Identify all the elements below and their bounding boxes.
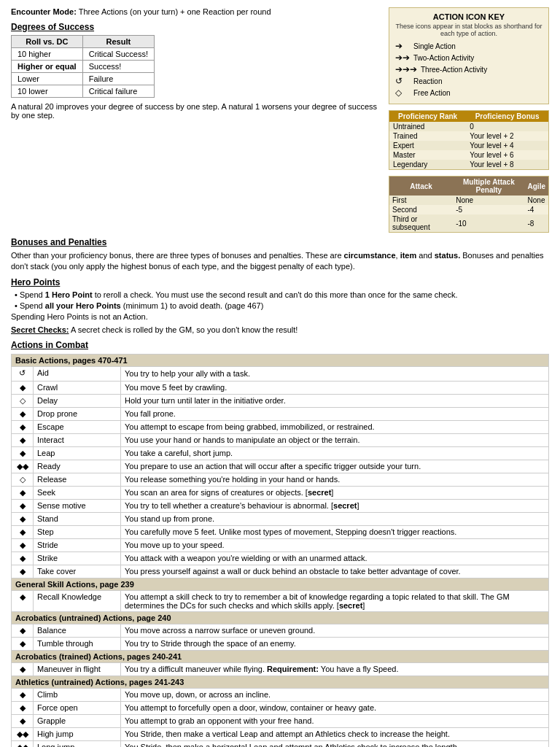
action-seek: ◆ Seek You scan an area for signs of cre…	[12, 487, 549, 500]
degrees-of-success-table: Roll vs. DC Result 10 higher Critical Su…	[11, 35, 155, 98]
action-release: ◇ Release You release something you're h…	[12, 473, 549, 487]
action-stand: ◆ Stand You stand up from prone.	[12, 513, 549, 526]
action-interact: ◆ Interact You use your hand or hands to…	[12, 434, 549, 447]
action-key-box: ACTION ICON KEY These icons appear in st…	[389, 7, 549, 104]
dos-row-2: Higher or equal Success!	[12, 61, 155, 73]
action-sense-motive: ◆ Sense motive You try to tell whether a…	[12, 500, 549, 513]
action-maneuver-in-flight: ◆ Maneuver in flight You try a difficult…	[12, 663, 549, 676]
action-balance: ◆ Balance You move across a narrow surfa…	[12, 624, 549, 638]
dos-row-1: 10 higher Critical Success!	[12, 48, 155, 61]
proficiency-table: Proficiency Rank Proficiency Bonus Untra…	[389, 111, 548, 169]
action-delay: ◇ Delay Hold your turn until later in th…	[12, 395, 549, 408]
action-climb: ◆ Climb You move up, down, or across an …	[12, 689, 549, 702]
secret-checks: Secret Checks: A secret check is rolled …	[11, 325, 549, 334]
action-escape: ◆ Escape You attempt to escape from bein…	[12, 421, 549, 434]
acrobatics-trained-header: Acrobatics (trained) Actions, pages 240-…	[12, 651, 549, 663]
three-action-icon: ➔➔➔	[395, 64, 417, 74]
hero-points-title: Hero Points	[11, 277, 549, 287]
proficiency-table-box: Proficiency Rank Proficiency Bonus Untra…	[389, 110, 549, 170]
action-ready: ◆◆ Ready You prepare to use an action th…	[12, 460, 549, 473]
action-single: ➔ Single Action	[395, 41, 542, 51]
action-drop-prone: ◆ Drop prone You fall prone.	[12, 408, 549, 421]
action-tumble-through: ◆ Tumble through You try to Stride throu…	[12, 638, 549, 651]
action-crawl: ◆ Crawl You move 5 feet by crawling.	[12, 382, 549, 395]
dos-row-4: 10 lower Critical failure	[12, 85, 155, 98]
action-long-jump: ◆◆ Long jump You Stride, then make a hor…	[12, 741, 549, 747]
hero-spending-text: Spending Hero Points is not an Action.	[11, 312, 549, 321]
basic-actions-header: Basic Actions, pages 470-471	[12, 354, 549, 366]
actions-table: Basic Actions, pages 470-471 ↺ Aid You t…	[11, 354, 549, 747]
encounter-mode: Encounter Mode: Three Actions (on your t…	[11, 7, 381, 16]
action-free: ◇ Free Action	[395, 88, 542, 98]
free-action-icon: ◇	[395, 88, 410, 98]
acrobatics-untrained-header: Acrobatics (untrained) Actions, page 240	[12, 612, 549, 624]
action-leap: ◆ Leap You take a careful, short jump.	[12, 447, 549, 460]
action-step: ◆ Step You carefully move 5 feet. Unlike…	[12, 526, 549, 539]
action-key-subtitle: These icons appear in stat blocks as sho…	[395, 23, 542, 37]
action-high-jump: ◆◆ High jump You Stride, then make a ver…	[12, 728, 549, 741]
actions-in-combat-title: Actions in Combat	[11, 340, 549, 350]
two-action-icon: ➔➔	[395, 53, 410, 63]
hero-bullet-2: • Spend all your Hero Points (minimum 1)…	[11, 301, 549, 310]
degrees-of-success-title: Degrees of Success	[11, 22, 381, 32]
dos-row-3: Lower Failure	[12, 73, 155, 85]
action-stride: ◆ Stride You move up to your speed.	[12, 539, 549, 552]
action-grapple: ◆ Grapple You attempt to grab an opponen…	[12, 715, 549, 728]
action-take-cover: ◆ Take cover You press yourself against …	[12, 565, 549, 578]
action-force-open: ◆ Force open You attempt to forcefully o…	[12, 702, 549, 715]
action-three: ➔➔➔ Three-Action Activity	[395, 64, 542, 74]
general-skill-header: General Skill Actions, page 239	[12, 578, 549, 591]
action-recall-knowledge: ◆ Recall Knowledge You attempt a skill c…	[12, 591, 549, 612]
bonuses-title: Bonuses and Penalties	[11, 237, 549, 247]
action-aid: ↺ Aid You try to help your ally with a t…	[12, 366, 549, 381]
athletics-untrained-header: Athletics (untrained) Actions, pages 241…	[12, 676, 549, 689]
hero-points-section: Hero Points • Spend 1 Hero Point to rero…	[11, 277, 549, 321]
natural-20-text: A natural 20 improves your degree of suc…	[11, 102, 381, 120]
bonuses-text: Other than your proficiency bonus, there…	[11, 250, 549, 273]
single-action-icon: ➔	[395, 41, 410, 51]
bonuses-section: Bonuses and Penalties Other than your pr…	[11, 237, 549, 273]
action-strike: ◆ Strike You attack with a weapon you're…	[12, 552, 549, 565]
hero-bullet-1: • Spend 1 Hero Point to reroll a check. …	[11, 290, 549, 299]
action-key-title: ACTION ICON KEY	[395, 12, 542, 21]
attack-penalty-table: Attack Multiple Attack Penalty Agile Fir…	[389, 177, 548, 232]
attack-table-box: Attack Multiple Attack Penalty Agile Fir…	[389, 176, 549, 233]
action-two: ➔➔ Two-Action Activity	[395, 53, 542, 63]
action-reaction: ↺ Reaction	[395, 76, 542, 86]
reaction-icon: ↺	[395, 76, 410, 86]
